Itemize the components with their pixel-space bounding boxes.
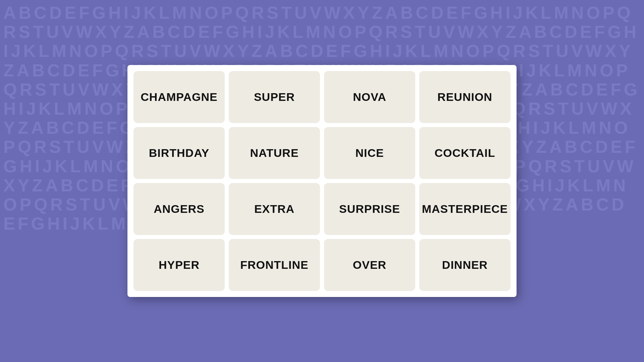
grid-cell-label-surprise: SURPRISE bbox=[339, 202, 400, 216]
grid-cell-nature[interactable]: NATURE bbox=[229, 127, 320, 179]
grid-cell-label-birthday: BIRTHDAY bbox=[149, 146, 210, 160]
grid-cell-birthday[interactable]: BIRTHDAY bbox=[133, 127, 225, 179]
grid-cell-nice[interactable]: NICE bbox=[324, 127, 415, 179]
word-grid: CHAMPAGNESUPERNOVAREUNIONBIRTHDAYNATUREN… bbox=[133, 71, 511, 291]
grid-cell-cocktail[interactable]: COCKTAIL bbox=[419, 127, 511, 179]
grid-cell-reunion[interactable]: REUNION bbox=[419, 71, 511, 123]
grid-cell-label-nice: NICE bbox=[355, 146, 384, 160]
grid-cell-champagne[interactable]: CHAMPAGNE bbox=[133, 71, 225, 123]
grid-cell-label-nature: NATURE bbox=[250, 146, 299, 160]
grid-cell-label-cocktail: COCKTAIL bbox=[434, 146, 495, 160]
grid-cell-angers[interactable]: ANGERS bbox=[133, 183, 225, 235]
grid-cell-extra[interactable]: EXTRA bbox=[229, 183, 320, 235]
grid-cell-over[interactable]: OVER bbox=[324, 239, 415, 291]
grid-cell-label-hyper: HYPER bbox=[159, 258, 200, 272]
word-grid-card: CHAMPAGNESUPERNOVAREUNIONBIRTHDAYNATUREN… bbox=[127, 65, 517, 297]
grid-cell-label-over: OVER bbox=[353, 258, 386, 272]
grid-cell-masterpiece[interactable]: MASTERPIECE bbox=[419, 183, 511, 235]
grid-cell-label-masterpiece: MASTERPIECE bbox=[422, 202, 508, 216]
grid-cell-surprise[interactable]: SURPRISE bbox=[324, 183, 415, 235]
grid-cell-nova[interactable]: NOVA bbox=[324, 71, 415, 123]
grid-cell-label-frontline: FRONTLINE bbox=[240, 258, 309, 272]
grid-cell-frontline[interactable]: FRONTLINE bbox=[229, 239, 320, 291]
grid-cell-label-super: SUPER bbox=[254, 90, 295, 104]
grid-cell-label-angers: ANGERS bbox=[154, 202, 204, 216]
grid-cell-dinner[interactable]: DINNER bbox=[419, 239, 511, 291]
grid-cell-super[interactable]: SUPER bbox=[229, 71, 320, 123]
grid-cell-label-extra: EXTRA bbox=[254, 202, 294, 216]
grid-cell-label-reunion: REUNION bbox=[437, 90, 492, 104]
grid-cell-label-champagne: CHAMPAGNE bbox=[141, 90, 217, 104]
grid-cell-hyper[interactable]: HYPER bbox=[133, 239, 225, 291]
grid-cell-label-dinner: DINNER bbox=[442, 258, 488, 272]
grid-cell-label-nova: NOVA bbox=[353, 90, 386, 104]
